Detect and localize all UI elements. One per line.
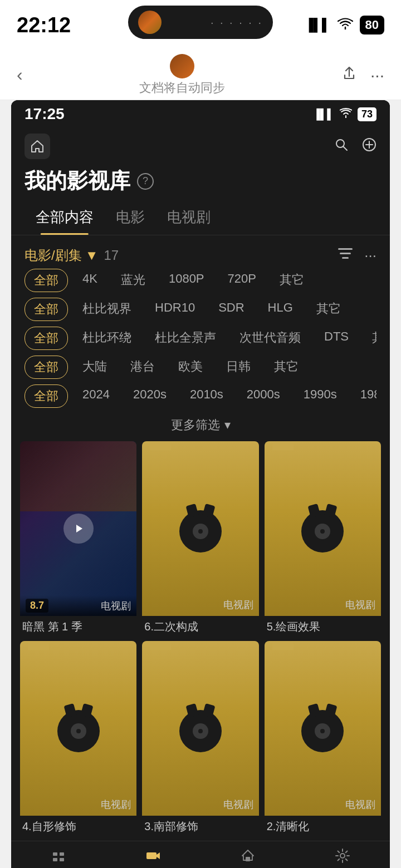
app-container: 17:25 ▐▌▌ 73 [11, 100, 390, 868]
media-item-2[interactable]: 电视剧 5.绘画效果 [265, 441, 381, 635]
tag-mainland[interactable]: 大陆 [74, 356, 116, 379]
tag-other-0[interactable]: 其它 [271, 269, 313, 292]
tag-dolby-atmos[interactable]: 杜比全景声 [146, 327, 225, 350]
svg-rect-12 [60, 858, 64, 861]
media-title-2: 5.绘画效果 [265, 616, 381, 635]
help-icon[interactable]: ? [137, 173, 154, 190]
bottom-nav: 首页 我的 共享 [11, 841, 390, 868]
tag-2020s[interactable]: 2020s [124, 384, 175, 408]
type-badge-3: 电视剧 [101, 799, 131, 810]
tag-row-4: 全部 2024 2020s 2010s 2000s 1990s 198 [25, 384, 376, 408]
sort-icon[interactable] [338, 247, 353, 264]
vinyl-hole-5 [320, 729, 325, 733]
tag-4k[interactable]: 4K [74, 269, 106, 292]
rating-badge-0: 8.7 [26, 599, 48, 613]
tag-hktw[interactable]: 港台 [121, 356, 164, 379]
svg-point-15 [340, 854, 345, 858]
tag-all-2[interactable]: 全部 [25, 327, 68, 350]
inner-time: 17:25 [25, 105, 65, 123]
media-item-0[interactable]: 8.7 电视剧 暗黑 第 1 季 [20, 441, 136, 635]
tag-other-3[interactable]: 其它 [265, 356, 307, 379]
wifi-icon [338, 17, 353, 33]
tag-dolby-vision[interactable]: 杜比视界 [74, 298, 140, 321]
media-title-3: 4.自形修饰 [20, 816, 136, 835]
tag-all-4[interactable]: 全部 [25, 384, 68, 408]
media-item-3[interactable]: 电视剧 4.自形修饰 [20, 641, 136, 835]
svg-rect-9 [53, 852, 57, 856]
category-dropdown[interactable]: 电影/剧集 ▼ [25, 246, 98, 264]
tag-row-2: 全部 杜比环绕 杜比全景声 次世代音频 DTS 其 [25, 327, 376, 350]
tag-other-1[interactable]: 其它 [307, 298, 350, 321]
search-button[interactable] [334, 137, 349, 156]
svg-marker-8 [76, 525, 82, 532]
options-icon[interactable]: ··· [364, 247, 376, 264]
tag-bluray[interactable]: 蓝光 [112, 269, 154, 292]
type-badge-1: 电视剧 [223, 599, 253, 610]
tab-movie[interactable]: 电影 [105, 202, 156, 235]
tag-720p[interactable]: 720P [219, 269, 265, 292]
system-right-icons: ▐▌▌ 80 [305, 16, 384, 34]
tag-2000s[interactable]: 2000s [238, 384, 289, 408]
signal-icon: ▐▌▌ [305, 18, 331, 32]
tag-1990s[interactable]: 1990s [295, 384, 346, 408]
tag-other-2[interactable]: 其 [363, 327, 376, 350]
nav-tab-share[interactable]: 共享 [237, 848, 259, 868]
nav-tab-settings[interactable]: 设置 [331, 848, 354, 868]
inner-wifi-icon [340, 108, 352, 121]
system-time: 22:12 [17, 13, 71, 37]
tabs-row: 全部内容 电影 电视剧 [11, 202, 390, 235]
inner-right-icons: ▐▌▌ 73 [313, 107, 376, 121]
tag-western[interactable]: 欧美 [169, 356, 212, 379]
nav-tab-mine[interactable]: 我的 [142, 848, 164, 868]
media-item-5[interactable]: 电视剧 2.清晰化 [265, 641, 381, 835]
home-button[interactable] [25, 134, 50, 159]
more-filter-btn[interactable]: 更多筛选 ▾ [11, 413, 390, 441]
tag-1080p[interactable]: 1080P [160, 269, 213, 292]
play-button-0[interactable] [63, 514, 94, 544]
svg-rect-13 [146, 852, 157, 859]
tab-all-content[interactable]: 全部内容 [25, 202, 105, 235]
tag-all-3[interactable]: 全部 [25, 356, 68, 379]
vinyl-icon-5 [301, 710, 344, 752]
vinyl-icon-2 [301, 510, 344, 553]
media-thumb-0: 8.7 电视剧 [20, 441, 136, 616]
media-grid: 8.7 电视剧 暗黑 第 1 季 电视剧 6.二次构成 [11, 441, 390, 841]
back-button[interactable]: ‹ [17, 65, 23, 85]
folder-notch-4 [150, 641, 171, 650]
type-badge-2: 电视剧 [345, 599, 375, 610]
nav-tab-home[interactable]: 首页 [47, 848, 70, 868]
type-badge-4: 电视剧 [223, 799, 253, 810]
tag-dolby-surround[interactable]: 杜比环绕 [74, 327, 140, 350]
tag-2010s[interactable]: 2010s [181, 384, 232, 408]
svg-rect-6 [340, 253, 351, 254]
tag-hdr10[interactable]: HDR10 [146, 298, 204, 321]
tab-tv[interactable]: 电视剧 [156, 202, 222, 235]
tag-2024[interactable]: 2024 [74, 384, 119, 408]
tag-next-gen-audio[interactable]: 次世代音频 [231, 327, 310, 350]
share-icon[interactable] [341, 65, 357, 85]
folder-thumb-2: 电视剧 [265, 441, 381, 616]
media-title-4: 3.南部修饰 [142, 816, 258, 835]
tag-hlg[interactable]: HLG [259, 298, 302, 321]
folder-thumb-1: 电视剧 [142, 441, 258, 616]
tag-jpkr[interactable]: 日韩 [217, 356, 260, 379]
tag-1980s[interactable]: 198 [351, 384, 376, 408]
battery-indicator: 80 [360, 16, 384, 34]
svg-rect-14 [246, 857, 250, 861]
media-title-1: 6.二次构成 [142, 616, 258, 635]
add-button[interactable] [362, 137, 376, 156]
tag-dts[interactable]: DTS [315, 327, 358, 350]
tag-all-1[interactable]: 全部 [25, 298, 68, 321]
vinyl-icon-3 [57, 710, 100, 752]
home-nav-icon [51, 848, 66, 867]
tag-all-0[interactable]: 全部 [25, 269, 68, 292]
more-icon[interactable]: ··· [370, 66, 384, 85]
mine-nav-icon [145, 848, 161, 867]
folder-thumb-5: 电视剧 [265, 641, 381, 816]
page-title: 我的影视库 [25, 167, 130, 195]
di-avatar [138, 11, 162, 34]
folder-notch-3 [28, 641, 49, 650]
media-item-1[interactable]: 电视剧 6.二次构成 [142, 441, 258, 635]
media-item-4[interactable]: 电视剧 3.南部修饰 [142, 641, 258, 835]
tag-sdr[interactable]: SDR [209, 298, 253, 321]
